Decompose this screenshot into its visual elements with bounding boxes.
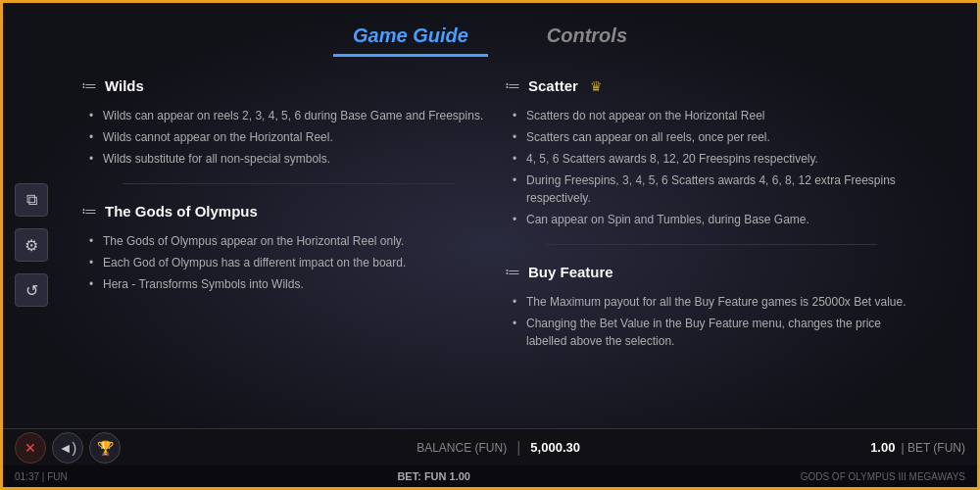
tab-controls[interactable]: Controls: [508, 17, 666, 57]
trophy-button[interactable]: 🏆: [89, 432, 121, 464]
wilds-content: Wilds can appear on reels 2, 3, 4, 5, 6 …: [81, 105, 495, 170]
bet-right-value: 1.00: [870, 440, 895, 455]
wilds-section: ≔ Wilds Wilds can appear on reels 2, 3, …: [81, 67, 495, 179]
list-item: Hera - Transforms Symbols into Wilds.: [89, 273, 495, 295]
scatter-list: Scatters do not appear on the Horizontal…: [505, 105, 918, 230]
list-item: The Maximum payout for all the Buy Featu…: [513, 291, 918, 313]
scatter-icon: ≔: [505, 76, 520, 95]
tab-game-guide[interactable]: Game Guide: [314, 17, 508, 57]
list-item: Can appear on Spin and Tumbles, during B…: [513, 209, 918, 230]
gods-icon: ≔: [81, 202, 97, 220]
settings-button[interactable]: ⚙: [15, 228, 48, 262]
buy-feature-content: The Maximum payout for all the Buy Featu…: [505, 291, 918, 352]
history-button[interactable]: ↺: [15, 273, 48, 307]
list-item: During Freespins, 3, 4, 5, 6 Scatters aw…: [513, 170, 918, 209]
status-right: GODS OF OLYMPUS III MEGAWAYS: [801, 471, 965, 482]
left-column: ≔ Wilds Wilds can appear on reels 2, 3, …: [81, 67, 495, 418]
trophy-icon: 🏆: [97, 440, 114, 456]
tab-controls-label: Controls: [547, 24, 627, 46]
list-item: 4, 5, 6 Scatters awards 8, 12, 20 Freesp…: [513, 148, 918, 170]
list-item: Wilds cannot appear on the Horizontal Re…: [89, 126, 495, 148]
history-icon: ↺: [25, 281, 38, 300]
list-item: Changing the Bet Value in the Buy Featur…: [513, 313, 918, 352]
buy-feature-list: The Maximum payout for all the Buy Featu…: [505, 291, 918, 352]
close-icon: ✕: [24, 440, 36, 456]
divider: [122, 183, 454, 184]
list-item: Wilds substitute for all non-special sym…: [89, 148, 495, 170]
buy-feature-section: ≔ Buy Feature The Maximum payout for all…: [505, 253, 918, 362]
wilds-title: Wilds: [105, 77, 144, 94]
main-content: ≔ Wilds Wilds can appear on reels 2, 3, …: [3, 57, 977, 428]
list-item: Each God of Olympus has a different impa…: [89, 252, 495, 273]
buy-feature-header: ≔ Buy Feature: [505, 263, 918, 281]
list-item: Wilds can appear on reels 2, 3, 4, 5, 6 …: [89, 105, 495, 126]
buy-feature-title: Buy Feature: [528, 264, 613, 280]
right-column: ≔ Scatter ♛ Scatters do not appear on th…: [505, 67, 918, 418]
list-item: The Gods of Olympus appear on the Horizo…: [89, 230, 495, 252]
status-left: 01:37 | FUN: [15, 471, 68, 482]
wilds-list: Wilds can appear on reels 2, 3, 4, 5, 6 …: [81, 105, 495, 170]
tab-game-guide-label: Game Guide: [353, 24, 468, 46]
list-item: Scatters do not appear on the Horizontal…: [513, 105, 918, 126]
sound-icon: ◄): [59, 440, 77, 456]
wilds-icon: ≔: [81, 76, 97, 95]
bet-section: 1.00 | BET (FUN): [870, 440, 965, 455]
scatter-title: Scatter: [528, 77, 578, 94]
menu-button[interactable]: ⧉: [15, 183, 48, 217]
scatter-section: ≔ Scatter ♛ Scatters do not appear on th…: [505, 67, 918, 240]
settings-icon: ⚙: [24, 236, 38, 255]
close-button[interactable]: ✕: [15, 432, 46, 464]
sidebar: ⧉ ⚙ ↺: [15, 183, 48, 307]
bet-right-suffix: | BET (FUN): [901, 441, 965, 455]
sound-button[interactable]: ◄): [52, 432, 83, 464]
status-bar: 01:37 | FUN BET: FUN 1.00 GODS OF OLYMPU…: [3, 466, 977, 487]
balance-value: 5,000.30: [530, 440, 580, 455]
gods-header: ≔ The Gods of Olympus: [81, 202, 495, 220]
wilds-header: ≔ Wilds: [81, 76, 495, 95]
list-item: Scatters can appear on all reels, once p…: [513, 126, 918, 148]
crown-icon: ♛: [590, 78, 603, 94]
tab-bar: Game Guide Controls: [3, 3, 977, 57]
balance-label: BALANCE (FUN): [416, 441, 507, 455]
gods-list: The Gods of Olympus appear on the Horizo…: [81, 230, 495, 295]
scatter-content: Scatters do not appear on the Horizontal…: [505, 105, 918, 230]
pipe: |: [516, 439, 520, 457]
balance-section: BALANCE (FUN) | 5,000.30: [126, 439, 870, 457]
gods-content: The Gods of Olympus appear on the Horizo…: [81, 230, 495, 295]
status-center: BET: FUN 1.00: [397, 470, 470, 482]
scatter-header: ≔ Scatter ♛: [505, 76, 918, 95]
buy-feature-icon: ≔: [505, 263, 520, 281]
gods-section: ≔ The Gods of Olympus The Gods of Olympu…: [81, 192, 495, 305]
bottom-bar: ✕ ◄) 🏆 BALANCE (FUN) | 5,000.30 1.00 | B…: [3, 428, 977, 466]
menu-icon: ⧉: [26, 191, 37, 209]
divider: [546, 244, 877, 245]
gods-title: The Gods of Olympus: [105, 203, 258, 220]
